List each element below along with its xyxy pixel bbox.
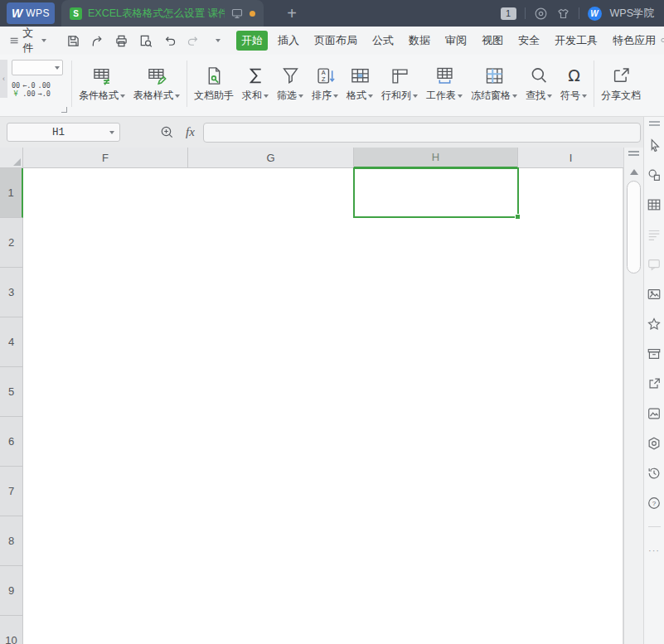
column-header-f[interactable]: F [23, 148, 188, 168]
name-box[interactable]: H1 [7, 123, 120, 142]
tab-data[interactable]: 数据 [404, 31, 435, 51]
wps-academy-icon[interactable]: W [588, 7, 602, 21]
row-header-1[interactable]: 1 [0, 168, 23, 218]
select-cursor-icon[interactable] [646, 137, 662, 153]
dropdown-arrow-icon [512, 94, 517, 98]
tab-view[interactable]: 视图 [477, 31, 508, 51]
tab-insert[interactable]: 插入 [273, 31, 304, 51]
tab-review[interactable]: 审阅 [440, 31, 472, 51]
document-assistant-button[interactable]: 文档助手 [190, 55, 238, 116]
plugin-icon[interactable] [646, 435, 662, 452]
column-header-g[interactable]: G [188, 148, 354, 168]
material-box-icon[interactable] [646, 346, 662, 362]
tab-formulas[interactable]: 公式 [367, 31, 399, 51]
formula-input[interactable] [203, 123, 641, 143]
worksheet-icon [434, 62, 456, 89]
select-all-triangle-icon [13, 158, 21, 166]
row-header-2[interactable]: 2 [0, 218, 23, 268]
worksheet-button[interactable]: 工作表 [422, 55, 467, 116]
fx-label[interactable]: fx [186, 125, 195, 139]
table-icon[interactable] [646, 196, 662, 213]
vertical-scrollbar[interactable] [623, 148, 643, 644]
sort-button[interactable]: A Z 排序 [308, 55, 342, 116]
shapes-icon[interactable] [646, 167, 662, 183]
skin-icon[interactable] [556, 7, 570, 21]
row-header-7[interactable]: 7 [0, 467, 23, 516]
more-icon[interactable]: ··· [646, 542, 662, 559]
document-tab[interactable]: S EXCEL表格格式怎么设置 课件 [61, 0, 264, 27]
tab-developer-tools[interactable]: 开发工具 [550, 31, 603, 51]
tab-special-features[interactable]: 特色应用 [608, 31, 661, 51]
rows-columns-button[interactable]: 行和列 [377, 55, 422, 116]
redo-button[interactable] [183, 31, 204, 51]
new-tab-button[interactable]: + [282, 3, 302, 23]
format-button[interactable]: 格式 [342, 55, 377, 116]
history-icon[interactable] [646, 465, 662, 482]
export-button[interactable] [87, 31, 108, 51]
share-icon[interactable] [646, 375, 662, 392]
row-header-4[interactable]: 4 [0, 317, 23, 367]
undo-button[interactable] [159, 31, 180, 51]
selected-cell-h1[interactable] [353, 167, 519, 218]
wps-academy-link[interactable]: WPS学院 [610, 7, 654, 21]
document-assistant-icon [203, 62, 225, 89]
format-grid-icon [349, 62, 371, 89]
print-button[interactable] [111, 31, 132, 51]
ribbon-scroll-left-button[interactable]: ‹ [0, 60, 7, 98]
row-header-6[interactable]: 6 [0, 417, 23, 467]
filter-button[interactable]: 筛选 [273, 55, 308, 116]
notification-badge[interactable]: 1 [501, 7, 516, 20]
favorites-star-icon[interactable] [646, 316, 662, 332]
increase-decimal-button[interactable]: .00→.0 [38, 81, 51, 98]
screenshot-icon[interactable] [646, 405, 662, 422]
conditional-format-button[interactable]: 条件格式 [75, 55, 129, 116]
symbol-button[interactable]: Ω 符号 [556, 55, 591, 116]
dropdown-arrow-icon [175, 94, 180, 98]
name-box-dropdown-icon[interactable] [109, 131, 114, 134]
row-header-8[interactable]: 8 [0, 516, 23, 566]
workspace: H1 fx F G H I [0, 117, 664, 644]
sidebar-collapse-handle[interactable] [649, 121, 660, 128]
table-style-button[interactable]: 表格样式 [129, 55, 184, 116]
cell-reference: H1 [7, 127, 109, 138]
dropdown-arrow-icon [547, 94, 552, 98]
wps-menu-button[interactable]: W WPS [7, 2, 55, 24]
customize-toolbar-dropdown[interactable] [207, 31, 228, 51]
hamburger-icon [10, 36, 18, 46]
monitor-icon[interactable] [230, 7, 244, 20]
save-button[interactable] [63, 31, 84, 51]
dropdown-arrow-icon [368, 94, 373, 98]
split-pane-handle[interactable] [628, 151, 639, 157]
column-header-h[interactable]: H [354, 148, 518, 168]
find-button[interactable]: 查找 [521, 55, 556, 116]
dropdown-arrow-icon [264, 94, 269, 98]
row-header-9[interactable]: 9 [0, 566, 23, 616]
print-preview-button[interactable] [135, 31, 156, 51]
help-icon[interactable]: ? [646, 495, 662, 511]
freeze-panes-button[interactable]: 冻结窗格 [467, 55, 521, 116]
decrease-decimal-button[interactable]: ←.0.00 [22, 81, 35, 98]
row-header-5[interactable]: 5 [0, 367, 23, 417]
share-document-button[interactable]: 分享文档 [597, 55, 645, 116]
select-all-corner[interactable] [0, 148, 23, 168]
template-icon[interactable] [534, 7, 548, 21]
file-menu-button[interactable]: 文件 [0, 26, 53, 56]
scroll-up-button[interactable] [630, 169, 638, 175]
tab-page-layout[interactable]: 页面布局 [309, 31, 362, 51]
currency-style-button[interactable]: 00¥ [12, 81, 20, 98]
dialog-launcher-icon[interactable] [61, 107, 67, 113]
cell-grid[interactable] [23, 168, 623, 644]
number-format-dropdown[interactable] [12, 60, 63, 75]
sum-button[interactable]: 求和 [238, 55, 273, 116]
wps-logo-label: WPS [26, 7, 50, 19]
image-icon[interactable] [646, 286, 662, 303]
scrollbar-thumb[interactable] [627, 181, 641, 274]
tab-security[interactable]: 安全 [513, 31, 545, 51]
row-header-3[interactable]: 3 [0, 268, 23, 317]
zoom-search-icon[interactable] [160, 125, 174, 139]
tab-home[interactable]: 开始 [236, 31, 268, 51]
row-header-10[interactable]: 10 [0, 616, 23, 644]
column-header-i[interactable]: I [518, 148, 623, 168]
fill-handle[interactable] [515, 214, 521, 220]
unsaved-indicator-icon [250, 11, 255, 17]
